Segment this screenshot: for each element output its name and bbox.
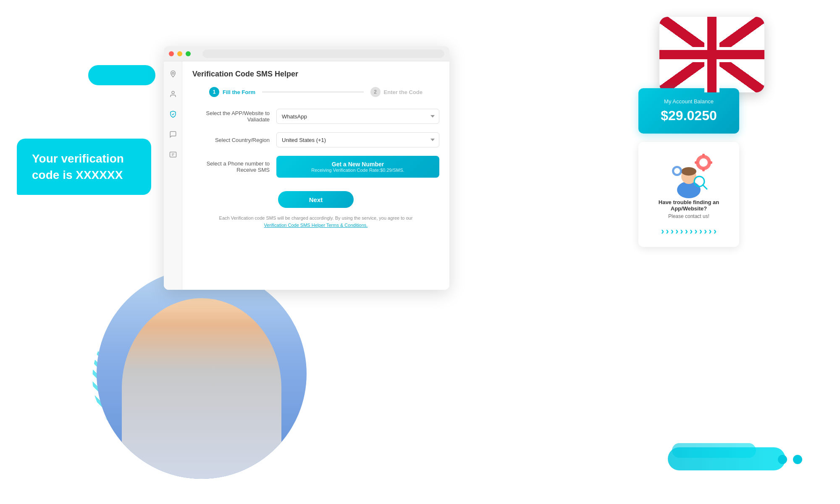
- teal-dot-2: [793, 455, 802, 464]
- terms-body-text: Each Verification code SMS will be charg…: [219, 215, 413, 220]
- phone-form-row: Select a Phone number to Receive SMS Get…: [192, 156, 439, 178]
- chevron-2: ›: [666, 226, 669, 237]
- terms-text: Each Verification code SMS will be charg…: [192, 215, 439, 228]
- svg-rect-5: [702, 154, 705, 157]
- terms-link[interactable]: Verification Code SMS Helper Terms & Con…: [264, 223, 368, 228]
- help-subtitle: Please contact us!: [647, 213, 731, 219]
- person-avatar: [97, 269, 307, 479]
- chevron-1: ›: [661, 226, 664, 237]
- svg-point-0: [172, 72, 174, 74]
- sidebar-icon-location[interactable]: [167, 68, 179, 80]
- browser-url-bar: [202, 50, 444, 58]
- chevron-11: ›: [709, 226, 711, 237]
- app-label: Select the APP/Website to Valiadate: [192, 110, 276, 123]
- browser-maximize-dot[interactable]: [186, 51, 191, 56]
- svg-text:?: ?: [700, 160, 704, 167]
- chevron-3: ›: [671, 226, 674, 237]
- svg-rect-2: [170, 152, 176, 157]
- chevron-4: ›: [675, 226, 678, 237]
- page-title: Verification Code SMS Helper: [192, 70, 439, 79]
- step-1-number: 1: [209, 87, 219, 97]
- next-btn-container: Next: [192, 191, 439, 208]
- svg-rect-7: [695, 161, 698, 164]
- sidebar-icon-shield[interactable]: [167, 108, 179, 120]
- help-card: ? Have trouble finding an App/Website? P…: [638, 142, 739, 247]
- svg-point-11: [681, 167, 696, 176]
- svg-rect-6: [702, 168, 705, 171]
- svg-rect-8: [709, 161, 712, 164]
- app-select[interactable]: WhatsApp: [276, 109, 439, 124]
- app-sidebar: [164, 61, 182, 290]
- phone-btn-sub-text: Receiving Verification Code Rate:$0.29/S…: [311, 168, 404, 173]
- chevron-8: ›: [694, 226, 697, 237]
- step-1: 1 Fill the Form: [209, 87, 255, 97]
- step-2: 2 Enter the Code: [370, 87, 423, 97]
- browser-minimize-dot[interactable]: [177, 51, 182, 56]
- uk-flag: [659, 17, 764, 92]
- balance-label: My Account Balance: [647, 98, 731, 105]
- svg-line-16: [703, 185, 707, 189]
- app-form-row: Select the APP/Website to Valiadate What…: [192, 109, 439, 124]
- sidebar-icon-user[interactable]: [167, 88, 179, 100]
- chevron-6: ›: [685, 226, 688, 237]
- chevron-7: ›: [690, 226, 693, 237]
- balance-amount: $29.0250: [647, 108, 731, 123]
- next-button[interactable]: Next: [278, 191, 354, 208]
- help-illustration: ?: [668, 152, 710, 194]
- browser-window: Verification Code SMS Helper 1 Fill the …: [164, 46, 449, 290]
- chevron-12: ›: [714, 226, 717, 237]
- chevron-5: ›: [680, 226, 683, 237]
- browser-titlebar: [164, 46, 449, 61]
- teal-pill-decoration: [88, 65, 155, 85]
- teal-wave-decoration: [668, 447, 785, 470]
- step-1-label: Fill the Form: [223, 89, 255, 95]
- browser-body: Verification Code SMS Helper 1 Fill the …: [164, 61, 449, 290]
- balance-card: My Account Balance $29.0250: [638, 88, 739, 134]
- get-number-button[interactable]: Get a New Number Receiving Verification …: [276, 156, 439, 178]
- right-panel: My Account Balance $29.0250: [638, 88, 739, 247]
- sidebar-icon-contact[interactable]: [167, 149, 179, 160]
- teal-dot-1: [778, 455, 787, 464]
- country-form-row: Select Country/Region United States (+1): [192, 132, 439, 147]
- phone-label: Select a Phone number to Receive SMS: [192, 160, 276, 173]
- sidebar-icon-chat[interactable]: [167, 129, 179, 140]
- main-content: Verification Code SMS Helper 1 Fill the …: [182, 61, 449, 290]
- help-title: Have trouble finding an App/Website?: [647, 199, 731, 212]
- chevrons-row: › › › › › › › › › › › ›: [647, 226, 731, 237]
- steps-container: 1 Fill the Form 2 Enter the Code: [192, 87, 439, 97]
- browser-close-dot[interactable]: [169, 51, 174, 56]
- svg-point-13: [674, 168, 680, 174]
- chat-bubble: Your verification code is XXXXXX: [17, 139, 151, 195]
- teal-dots-decoration: [778, 455, 802, 464]
- svg-point-1: [172, 91, 174, 94]
- country-select[interactable]: United States (+1): [276, 132, 439, 147]
- country-label: Select Country/Region: [192, 137, 276, 143]
- step-2-label: Enter the Code: [384, 89, 423, 95]
- step-line: [262, 92, 364, 92]
- chat-bubble-text: Your verification code is XXXXXX: [32, 150, 136, 183]
- step-2-number: 2: [370, 87, 381, 97]
- chevron-10: ›: [704, 226, 707, 237]
- chevron-9: ›: [699, 226, 702, 237]
- phone-btn-main-text: Get a New Number: [332, 161, 384, 168]
